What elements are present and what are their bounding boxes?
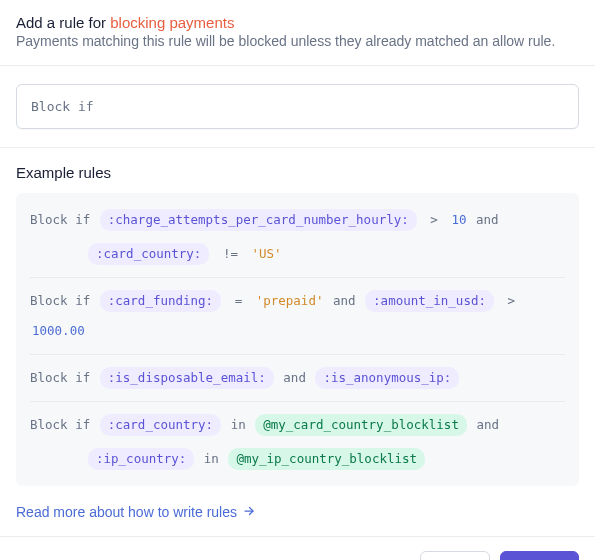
title-highlight: blocking payments (110, 14, 234, 31)
rule-operator-token: != (223, 246, 238, 261)
rule-field-token: :amount_in_usd: (365, 290, 494, 312)
rule-number-token: 10 (451, 212, 466, 227)
rules-docs-link-label: Read more about how to write rules (16, 504, 237, 520)
rule-operator-token: = (235, 293, 243, 308)
rule-number-token: 1000.00 (32, 323, 85, 338)
example-rule-line: Block if :card_country: in @my_card_coun… (30, 408, 565, 442)
rule-keyword-token: Block if (30, 370, 90, 385)
rule-keyword-token: and (333, 293, 356, 308)
arrow-right-icon (243, 504, 255, 520)
rule-operator-token: > (430, 212, 438, 227)
rule-keyword-token: and (283, 370, 306, 385)
example-rule-line: Block if :is_disposable_email: and :is_a… (30, 361, 565, 395)
rule-field-token: :card_country: (88, 243, 209, 265)
page-subtitle: Payments matching this rule will be bloc… (16, 33, 579, 49)
example-rule: Block if :is_disposable_email: and :is_a… (30, 354, 565, 395)
rule-input[interactable] (16, 84, 579, 129)
rule-string-token: 'prepaid' (256, 293, 324, 308)
test-rule-button[interactable]: Test rule (500, 551, 579, 560)
rule-list-ref-token: @my_ip_country_blocklist (228, 448, 425, 470)
example-rule-line: Block if :card_funding: = 'prepaid' and … (30, 284, 565, 348)
rule-field-token: :card_funding: (100, 290, 221, 312)
rule-field-token: :is_disposable_email: (100, 367, 274, 389)
examples-code-block: Block if :charge_attempts_per_card_numbe… (16, 193, 579, 486)
page-title: Add a rule for blocking payments (16, 14, 579, 31)
rule-input-container (0, 66, 595, 147)
rule-keyword-token: in (204, 451, 219, 466)
rule-keyword-token: in (231, 417, 246, 432)
rule-operator-token: > (508, 293, 516, 308)
rule-field-token: :card_country: (100, 414, 221, 436)
rule-list-ref-token: @my_card_country_blocklist (255, 414, 467, 436)
example-rule: Block if :card_funding: = 'prepaid' and … (30, 277, 565, 348)
rule-keyword-token: Block if (30, 293, 90, 308)
rule-keyword-token: Block if (30, 417, 90, 432)
rule-field-token: :charge_attempts_per_card_number_hourly: (100, 209, 417, 231)
rule-keyword-token: Block if (30, 212, 90, 227)
rules-docs-link[interactable]: Read more about how to write rules (16, 504, 255, 520)
dialog-footer: Cancel Test rule (0, 536, 595, 560)
rule-string-token: 'US' (251, 246, 281, 261)
rule-keyword-token: and (476, 417, 499, 432)
example-rule-line: :card_country: != 'US' (30, 237, 565, 271)
example-rules-section: Example rules Block if :charge_attempts_… (0, 148, 595, 504)
rule-field-token: :ip_country: (88, 448, 194, 470)
rule-keyword-token: and (476, 212, 499, 227)
example-rule-line: :ip_country: in @my_ip_country_blocklist (30, 442, 565, 476)
example-rule: Block if :card_country: in @my_card_coun… (30, 401, 565, 476)
header: Add a rule for blocking payments Payment… (0, 0, 595, 65)
rule-field-token: :is_anonymous_ip: (315, 367, 459, 389)
examples-heading: Example rules (16, 164, 579, 181)
cancel-button[interactable]: Cancel (420, 551, 490, 560)
title-prefix: Add a rule for (16, 14, 110, 31)
example-rule-line: Block if :charge_attempts_per_card_numbe… (30, 203, 565, 237)
example-rule: Block if :charge_attempts_per_card_numbe… (30, 203, 565, 271)
